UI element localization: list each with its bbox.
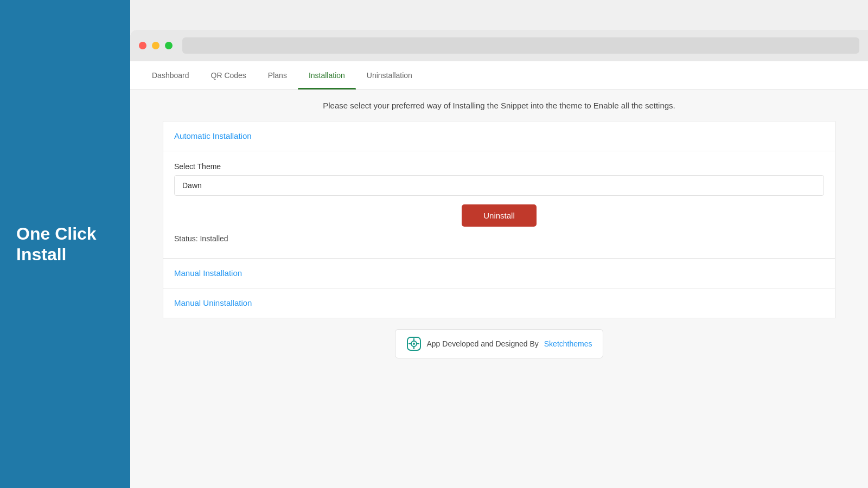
uninstall-button[interactable]: Uninstall <box>462 204 537 227</box>
tab-uninstallation[interactable]: Uninstallation <box>356 61 423 89</box>
tab-qr-codes[interactable]: QR Codes <box>200 61 257 89</box>
manual-installation-link[interactable]: Manual Installation <box>174 268 242 278</box>
browser-chrome <box>130 30 868 61</box>
traffic-light-yellow[interactable] <box>152 42 159 49</box>
theme-select[interactable]: Dawn <box>174 175 824 196</box>
svg-point-2 <box>413 343 415 345</box>
automatic-installation-body: Select Theme Dawn Uninstall Status: Inst… <box>163 151 835 258</box>
main-area: Dashboard QR Codes Plans Installation Un… <box>130 0 868 488</box>
tab-plans[interactable]: Plans <box>257 61 298 89</box>
traffic-light-green[interactable] <box>165 42 173 49</box>
manual-uninstallation-link[interactable]: Manual Uninstallation <box>174 298 252 307</box>
automatic-installation-link[interactable]: Automatic Installation <box>174 131 252 140</box>
footer-badge-text: App Developed and Designed By <box>427 339 539 348</box>
nav-tabs: Dashboard QR Codes Plans Installation Un… <box>130 61 868 90</box>
content-wrapper: Please select your preferred way of Inst… <box>130 90 868 375</box>
traffic-light-red[interactable] <box>139 42 146 49</box>
tab-dashboard[interactable]: Dashboard <box>141 61 200 89</box>
sidebar: One Click Install <box>0 0 130 488</box>
manual-installation-header[interactable]: Manual Installation <box>163 259 835 288</box>
select-theme-label: Select Theme <box>174 162 824 171</box>
sketchthemes-link[interactable]: Sketchthemes <box>544 339 592 348</box>
sketchthemes-icon <box>406 336 422 351</box>
manual-installation-section: Manual Installation <box>163 259 835 288</box>
status-text: Status: Installed <box>174 234 824 243</box>
browser-window: Dashboard QR Codes Plans Installation Un… <box>130 30 868 488</box>
tab-installation[interactable]: Installation <box>298 61 356 89</box>
footer-badge: App Developed and Designed By Sketchthem… <box>395 329 604 358</box>
browser-content: Dashboard QR Codes Plans Installation Un… <box>130 61 868 488</box>
automatic-installation-header[interactable]: Automatic Installation <box>163 121 835 151</box>
footer-banner: App Developed and Designed By Sketchthem… <box>163 318 835 375</box>
button-row: Uninstall <box>174 204 824 227</box>
manual-uninstallation-section: Manual Uninstallation <box>163 288 835 318</box>
automatic-installation-section: Automatic Installation Select Theme Dawn… <box>163 121 835 259</box>
manual-uninstallation-header[interactable]: Manual Uninstallation <box>163 288 835 318</box>
sidebar-title: One Click Install <box>16 223 97 265</box>
theme-select-group: Select Theme Dawn <box>174 162 824 196</box>
address-bar[interactable] <box>182 37 859 54</box>
instruction-text: Please select your preferred way of Inst… <box>163 90 835 119</box>
